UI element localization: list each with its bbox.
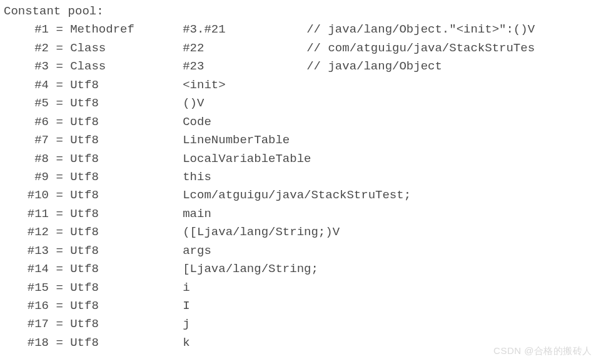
entry-index: #16 [4, 297, 49, 315]
entry-kind: Class [70, 39, 183, 58]
constant-pool-entry: #11 = Utf8main [4, 205, 601, 223]
entry-index: #7 [4, 131, 49, 149]
entry-kind: Utf8 [70, 279, 183, 297]
constant-pool-entry: #15 = Utf8i [4, 279, 601, 297]
constant-pool-entry: #6 = Utf8Code [4, 113, 601, 131]
equals-sign: = [49, 225, 70, 239]
entry-kind: Utf8 [70, 334, 183, 352]
entry-index: #8 [4, 150, 49, 168]
entry-value: Lcom/atguigu/java/StackStruTest; [183, 186, 306, 205]
equals-sign: = [49, 96, 70, 110]
equals-sign: = [49, 299, 70, 313]
entry-kind: Utf8 [70, 150, 183, 168]
entry-index: #9 [4, 168, 49, 186]
watermark: CSDN @合格的搬砖人 [493, 343, 592, 358]
entry-value: Code [183, 113, 306, 131]
entry-index: #5 [4, 94, 49, 113]
constant-pool-entry: #1 = Methodref#3.#21// java/lang/Object.… [4, 21, 601, 39]
constant-pool-entry: #4 = Utf8<init> [4, 76, 601, 94]
equals-sign: = [49, 41, 70, 55]
entry-kind: Utf8 [70, 260, 183, 278]
entry-kind: Utf8 [70, 205, 183, 223]
entry-value: LocalVariableTable [183, 150, 306, 168]
constant-pool-entry: #14 = Utf8[Ljava/lang/String; [4, 260, 601, 278]
constant-pool-entry: #13 = Utf8args [4, 242, 601, 260]
entry-kind: Utf8 [70, 297, 183, 315]
entry-index: #15 [4, 279, 49, 297]
entry-kind: Utf8 [70, 186, 183, 205]
constant-pool-entry: #2 = Class#22// com/atguigu/java/StackSt… [4, 39, 601, 58]
entry-index: #6 [4, 113, 49, 131]
entry-value: k [183, 334, 306, 352]
entry-kind: Utf8 [70, 94, 183, 113]
equals-sign: = [49, 78, 70, 92]
entry-index: #3 [4, 58, 49, 76]
entry-kind: Utf8 [70, 315, 183, 333]
equals-sign: = [49, 115, 70, 129]
entry-index: #4 [4, 76, 49, 94]
entry-index: #10 [4, 186, 49, 205]
entry-index: #18 [4, 334, 49, 352]
entry-index: #2 [4, 39, 49, 58]
constant-pool-entry: #5 = Utf8()V [4, 94, 601, 113]
equals-sign: = [49, 262, 70, 276]
constant-pool-entry: #10 = Utf8Lcom/atguigu/java/StackStruTes… [4, 186, 601, 205]
entry-kind: Utf8 [70, 242, 183, 260]
entry-value: I [183, 297, 306, 315]
entry-value: j [183, 315, 306, 333]
equals-sign: = [49, 244, 70, 258]
equals-sign: = [49, 207, 70, 221]
constant-pool-entry: #17 = Utf8j [4, 315, 601, 333]
entry-index: #13 [4, 242, 49, 260]
entry-value: i [183, 279, 306, 297]
entry-kind: Class [70, 58, 183, 76]
constant-pool-entry: #12 = Utf8([Ljava/lang/String;)V [4, 223, 601, 241]
constant-pool-entry: #8 = Utf8LocalVariableTable [4, 150, 601, 168]
equals-sign: = [49, 317, 70, 331]
equals-sign: = [49, 170, 70, 184]
equals-sign: = [49, 59, 70, 73]
entry-kind: Utf8 [70, 168, 183, 186]
entry-value: <init> [183, 76, 306, 94]
entry-kind: Utf8 [70, 223, 183, 241]
equals-sign: = [49, 23, 70, 36]
equals-sign: = [49, 336, 70, 350]
entry-comment: // java/lang/Object."<init>":()V [306, 21, 535, 39]
constant-pool-header: Constant pool: [4, 3, 601, 21]
entry-index: #12 [4, 223, 49, 241]
entry-value: #23 [183, 58, 306, 76]
entry-index: #1 [4, 21, 49, 39]
entry-comment: // com/atguigu/java/StackStruTes [306, 39, 535, 58]
entry-comment: // java/lang/Object [306, 58, 442, 76]
entry-kind: Utf8 [70, 113, 183, 131]
equals-sign: = [49, 188, 70, 202]
entry-value: args [183, 242, 306, 260]
equals-sign: = [49, 281, 70, 295]
entry-value: #22 [183, 39, 306, 58]
constant-pool-entry: #7 = Utf8LineNumberTable [4, 131, 601, 149]
entry-value: [Ljava/lang/String; [183, 260, 306, 278]
equals-sign: = [49, 133, 70, 147]
entry-value: ([Ljava/lang/String;)V [183, 223, 306, 241]
entry-value: this [183, 168, 306, 186]
constant-pool-entry: #16 = Utf8I [4, 297, 601, 315]
constant-pool-entry: #3 = Class#23// java/lang/Object [4, 58, 601, 76]
entry-kind: Utf8 [70, 131, 183, 149]
entry-index: #17 [4, 315, 49, 333]
entry-value: #3.#21 [183, 21, 306, 39]
entry-index: #11 [4, 205, 49, 223]
constant-pool-entry: #9 = Utf8this [4, 168, 601, 186]
equals-sign: = [49, 152, 70, 166]
entry-kind: Utf8 [70, 76, 183, 94]
entry-value: LineNumberTable [183, 131, 306, 149]
entry-index: #14 [4, 260, 49, 278]
entry-value: ()V [183, 94, 306, 113]
entry-value: main [183, 205, 306, 223]
entry-kind: Methodref [70, 21, 183, 39]
constant-pool-list: #1 = Methodref#3.#21// java/lang/Object.… [4, 21, 601, 352]
